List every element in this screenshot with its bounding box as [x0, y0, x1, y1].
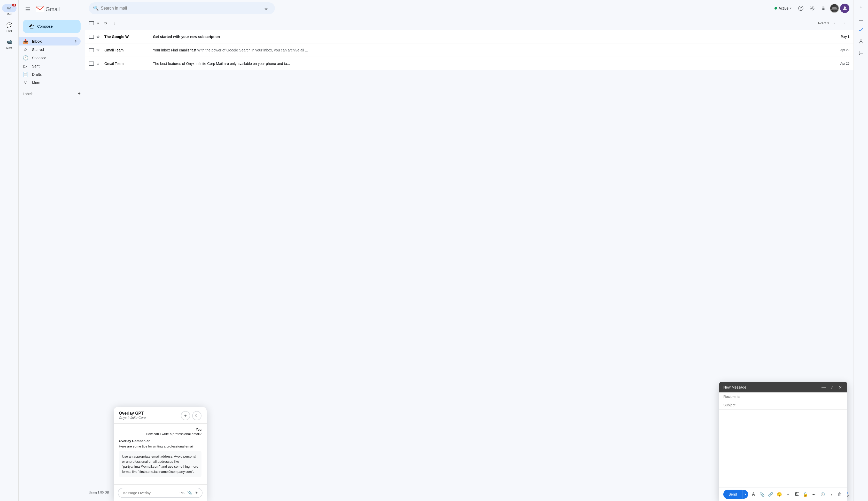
svg-rect-1	[25, 9, 30, 10]
overlay-send-button[interactable]: ✈	[195, 490, 198, 495]
active-status-button[interactable]: Active ▾	[771, 4, 795, 12]
table-row[interactable]: ☆ Gmail Team The best features of Onyx I…	[85, 57, 854, 70]
overlay-header-buttons: + ☾	[181, 411, 201, 420]
contacts-icon	[858, 39, 864, 44]
send-button-group: Send ▾	[723, 490, 748, 499]
format-icon: A	[752, 492, 755, 497]
mini-nav-chat[interactable]: 💬 Chat	[0, 19, 18, 35]
labels-section: Labels +	[19, 87, 85, 98]
compose-label: Compose	[37, 24, 53, 29]
compose-minimize-button[interactable]: —	[821, 384, 827, 390]
emoji-button[interactable]: 🙂	[776, 490, 782, 499]
right-panel-tasks-button[interactable]	[856, 25, 866, 35]
email-subject-text-1: Get started with your new subscription	[153, 35, 220, 39]
user-avatar[interactable]	[840, 4, 849, 13]
mini-nav-mail-label: Mail	[7, 13, 11, 16]
sidebar-item-more[interactable]: ∨ More	[19, 78, 80, 87]
settings-icon	[810, 6, 815, 11]
overlay-attach-button[interactable]: 📎	[187, 490, 193, 495]
more-options-icon: ⋮	[829, 492, 833, 497]
google-drive-button[interactable]: △	[785, 490, 791, 499]
drafts-icon: 📄	[23, 72, 28, 77]
compose-textarea[interactable]	[723, 412, 843, 484]
right-panel-chat-bubble-button[interactable]	[856, 47, 866, 58]
right-panel-add-button[interactable]: +	[856, 2, 866, 12]
svg-rect-2	[25, 11, 30, 11]
format-text-button[interactable]: A	[750, 490, 757, 499]
sidebar-item-inbox[interactable]: 📥 Inbox 3	[19, 37, 80, 45]
help-icon	[798, 6, 803, 11]
sidebar-item-sent[interactable]: ▷ Sent	[19, 62, 80, 70]
email-checkbox-3[interactable]	[89, 62, 94, 66]
select-dropdown-button[interactable]: ▾	[95, 20, 101, 27]
sidebar: Gmail Compose 📥 Inbox 3 ☆ Starred 🕐 Snoo…	[19, 0, 85, 501]
svg-rect-0	[25, 8, 30, 8]
sidebar-item-drafts[interactable]: 📄 Drafts	[19, 70, 80, 78]
right-panel-contacts-button[interactable]	[856, 36, 866, 46]
star-icon-3[interactable]: ☆	[96, 61, 102, 66]
add-label-button[interactable]: +	[78, 91, 80, 96]
next-page-button[interactable]: ›	[840, 19, 849, 28]
svg-rect-22	[859, 17, 863, 21]
drafts-label: Drafts	[32, 72, 42, 76]
ai-label: Overlay Companion	[119, 439, 201, 443]
select-all-checkbox[interactable]	[89, 21, 94, 25]
subject-input[interactable]	[723, 403, 843, 407]
search-input[interactable]	[101, 6, 259, 11]
email-checkbox-1[interactable]	[89, 35, 94, 39]
mini-nav-meet[interactable]: 📹 Meet	[0, 36, 18, 52]
compose-expand-button[interactable]: ⤢	[829, 384, 835, 390]
attach-file-icon: 📎	[759, 492, 765, 497]
signature-icon: ✒	[812, 492, 815, 497]
compose-close-button[interactable]: ✕	[837, 384, 843, 390]
sidebar-item-snoozed[interactable]: 🕐 Snoozed	[19, 54, 80, 62]
star-icon-1[interactable]: ☆	[96, 34, 102, 39]
more-actions-button[interactable]: ⋮	[110, 20, 118, 27]
svg-point-21	[844, 7, 846, 9]
compose-button[interactable]: Compose	[23, 20, 80, 33]
overlay-char-count: 1/10	[179, 491, 185, 495]
gmail-m-icon	[35, 5, 44, 14]
compose-footer: Send ▾ A 📎 🔗 🙂 △ 🖼 🔒 ✒ 🕐	[719, 487, 847, 501]
right-panel-calendar-button[interactable]	[856, 13, 866, 24]
sidebar-header: Gmail	[19, 2, 85, 19]
overlay-message-input[interactable]	[122, 491, 177, 495]
overlay-moon-button[interactable]: ☾	[192, 411, 201, 420]
overlay-title-group: Overlay GPT Onyx Infinite Corp	[119, 411, 146, 419]
send-options-button[interactable]: ▾	[742, 490, 748, 499]
hamburger-button[interactable]	[23, 4, 33, 14]
svg-point-19	[833, 10, 833, 11]
delete-draft-button[interactable]: 🗑	[837, 490, 843, 499]
more-options-button[interactable]: ⋮	[828, 490, 834, 499]
lock-button[interactable]: 🔒	[802, 490, 809, 499]
mini-nav-chat-label: Chat	[7, 30, 12, 33]
mini-nav-meet-label: Meet	[6, 46, 12, 49]
car-avatar[interactable]	[830, 4, 839, 13]
prev-page-button[interactable]: ‹	[830, 19, 839, 28]
overlay-add-button[interactable]: +	[181, 411, 190, 420]
insert-photo-button[interactable]: 🖼	[793, 490, 800, 499]
table-row[interactable]: ☆ Gmail Team Your inbox Find emails fast…	[85, 43, 854, 57]
recipients-input[interactable]	[723, 394, 843, 398]
attach-file-button[interactable]: 📎	[759, 490, 765, 499]
star-icon-2[interactable]: ☆	[96, 47, 102, 53]
settings-button[interactable]	[807, 3, 817, 13]
compose-header: New Message — ⤢ ✕	[719, 382, 847, 392]
chat-message-user: You How can I write a professional email…	[119, 428, 201, 436]
svg-point-12	[823, 8, 824, 9]
schedule-send-button[interactable]: 🕐	[820, 490, 826, 499]
recipients-field	[719, 392, 847, 401]
signature-button[interactable]: ✒	[811, 490, 817, 499]
insert-link-button[interactable]: 🔗	[768, 490, 774, 499]
email-from-1: The Google W	[105, 35, 151, 39]
gmail-text: Gmail	[45, 6, 60, 13]
send-button[interactable]: Send	[723, 490, 742, 499]
table-row[interactable]: ☆ The Google W Get started with your new…	[85, 30, 854, 43]
refresh-button[interactable]: ↻	[102, 20, 109, 27]
mini-nav-mail[interactable]: ✉ 3 Mail	[0, 2, 18, 18]
apps-button[interactable]	[818, 3, 829, 13]
help-button[interactable]	[796, 3, 806, 13]
sidebar-item-starred[interactable]: ☆ Starred	[19, 45, 80, 54]
search-filter-button[interactable]	[262, 4, 271, 13]
email-checkbox-2[interactable]	[89, 48, 94, 52]
